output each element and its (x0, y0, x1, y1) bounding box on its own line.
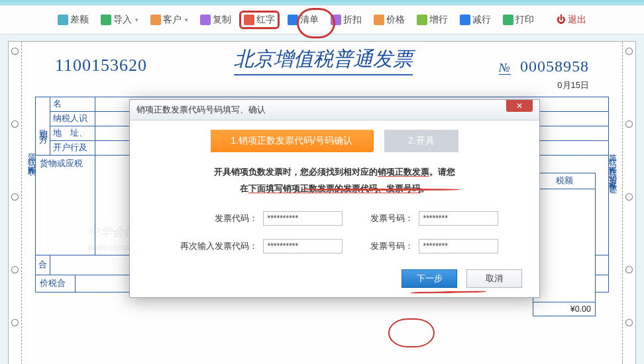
sprocket-right (622, 42, 635, 364)
buyer-taxid-label: 纳税人识 (50, 112, 95, 126)
invoice-code-label: 发票代码： (172, 212, 258, 224)
toolbar-label: 差额 (70, 14, 89, 26)
tax-footer: ¥0.00 (533, 302, 595, 316)
toolbar-delrow[interactable]: 减行 (456, 12, 495, 28)
discount-icon (331, 15, 341, 25)
main-toolbar: 差额 导入 客户 复制 红字 清单 折扣 价格 增行 减行 打印 ⏻退出 (0, 5, 644, 34)
tax-header: 税额 (533, 173, 595, 189)
step-indicator: 1.销项正数发票代码/号码确认 2.开具 (147, 130, 522, 152)
dialog-form: 发票代码： 发票号码： 再次输入发票代码： 发票号码： (147, 211, 522, 253)
toolbar-label: 清单 (300, 14, 319, 26)
balance-icon (58, 15, 68, 25)
invoice-no-input[interactable] (419, 211, 498, 226)
step-1: 1.销项正数发票代码/号码确认 (211, 130, 372, 152)
buyer-section-label: 购买方 (36, 97, 50, 155)
toolbar-import[interactable]: 导入 (97, 12, 142, 28)
toolbar-price[interactable]: 价格 (370, 12, 409, 28)
toolbar-print[interactable]: 打印 (499, 12, 538, 28)
note-text: 在 (240, 183, 248, 193)
window-titlebar (0, 0, 644, 5)
buyer-name-label: 名 (50, 97, 95, 111)
toolbar-redletter[interactable]: 红字 (239, 11, 280, 29)
toolbar-label: 退出 (568, 14, 586, 26)
copy-label-left: 第一联 记账联 (26, 148, 37, 163)
tax-body (533, 189, 595, 302)
toolbar-label: 红字 (256, 14, 275, 26)
invoice-code2-input[interactable] (263, 239, 343, 253)
invoice-no2-input[interactable] (419, 239, 498, 253)
toolbar-discount[interactable]: 折扣 (327, 12, 366, 28)
dialog-close-button[interactable]: ✕ (506, 100, 533, 112)
code-confirm-dialog: 销项正数发票代码号码填写、确认 ✕ 1.销项正数发票代码/号码确认 2.开具 开… (129, 99, 540, 298)
dialog-title-text: 销项正数发票代码号码填写、确认 (136, 104, 266, 116)
form-row-1: 发票代码： 发票号码： (172, 211, 498, 226)
toolbar-label: 导入 (113, 14, 132, 26)
invoice-no-label: 发票号码： (370, 212, 413, 224)
tax-column: 税额 ¥0.00 (533, 173, 596, 316)
invoice-title: 北京增值税普通发票 (234, 46, 413, 75)
toolbar-list[interactable]: 清单 (284, 12, 323, 28)
toolbar-customer[interactable]: 客户 (146, 12, 192, 28)
toolbar-addrow[interactable]: 增行 (413, 12, 452, 28)
invoice-no2-label: 发票号码： (370, 240, 413, 252)
invoice-date-partial: 0月15日 (9, 77, 635, 93)
toolbar-label: 减行 (472, 14, 491, 26)
toolbar-label: 打印 (515, 14, 534, 26)
next-button[interactable]: 下一步 (402, 269, 457, 288)
buyer-bank-label: 开户行及 (50, 141, 95, 155)
toolbar-exit[interactable]: ⏻退出 (553, 12, 590, 28)
number-symbol: № (499, 61, 511, 75)
invoice-number-value: 00058958 (520, 58, 589, 75)
toolbar-label: 客户 (163, 14, 182, 26)
toolbar-chae[interactable]: 差额 (54, 12, 93, 28)
toolbar-label: 增行 (429, 14, 448, 26)
invoice-code-input[interactable] (263, 211, 343, 226)
copy-label-right: 第二联 记账联 销货方记账凭证 (607, 148, 618, 181)
note-text: 。请您 (429, 167, 455, 177)
power-icon: ⏻ (557, 15, 566, 24)
note-keyword: 下面填写销项正数发票的发票代码、发票号码 (248, 183, 421, 193)
note-keyword: 销项正数发票 (378, 167, 429, 177)
customer-icon (150, 15, 161, 25)
list-icon (288, 15, 298, 25)
note-text: 开具销项负数发票时，您必须找到相对应的 (214, 167, 378, 177)
del-row-icon (460, 15, 470, 25)
note-text: 。 (421, 183, 429, 193)
buyer-addr-label: 地 址、 (50, 126, 95, 140)
goods-header-label: 货物或应税 (36, 156, 95, 255)
dialog-note: 开具销项负数发票时，您必须找到相对应的销项正数发票。请您 在下面填写销项正数发票… (167, 164, 502, 197)
print-icon (503, 15, 513, 25)
sprocket-left (9, 42, 22, 364)
toolbar-copy[interactable]: 复制 (196, 12, 235, 28)
price-icon (374, 15, 384, 25)
toolbar-label: 价格 (386, 14, 405, 26)
dialog-footer: 下一步 取消 (130, 263, 539, 297)
copy-icon (200, 15, 211, 25)
sum-label: 合 (36, 255, 50, 275)
cancel-button[interactable]: 取消 (466, 269, 522, 288)
toolbar-label: 复制 (213, 14, 231, 26)
dialog-titlebar[interactable]: 销项正数发票代码号码填写、确认 ✕ (130, 100, 539, 120)
step-2: 2.开具 (384, 130, 458, 152)
form-row-2: 再次输入发票代码： 发票号码： (172, 239, 498, 253)
import-icon (101, 15, 111, 25)
invoice-header: 1100153620 北京增值税普通发票 № 00058958 (9, 42, 635, 77)
invoice-code: 1100153620 (55, 56, 147, 75)
red-icon (244, 15, 254, 25)
invoice-number: № 00058958 (499, 58, 589, 75)
dialog-body: 1.销项正数发票代码/号码确认 2.开具 开具销项负数发票时，您必须找到相对应的… (130, 120, 539, 263)
invoice-code2-label: 再次输入发票代码： (172, 240, 258, 252)
toolbar-label: 折扣 (343, 14, 362, 26)
total-label: 价税合 (36, 275, 76, 292)
add-row-icon (417, 15, 427, 25)
